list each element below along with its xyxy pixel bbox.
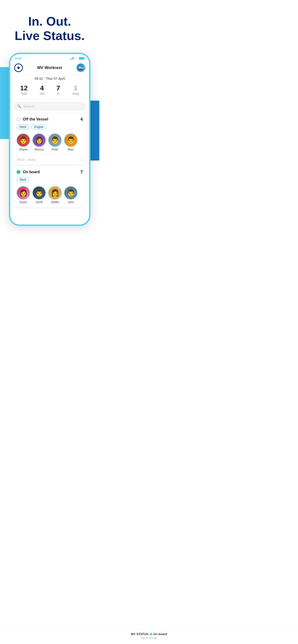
stat-out-label: Out [40, 92, 44, 95]
off-vessel-crew: 👨 Shane 👩 Bianca 👨 Peter 👨 Marc [13, 132, 87, 154]
show-away-count: 1 [81, 158, 83, 162]
crew-john[interactable]: 👨 John [64, 186, 77, 204]
tag-engine-off[interactable]: Engine [31, 124, 46, 130]
crew-geoff[interactable]: 👨 Geoff [32, 186, 46, 204]
stat-in: 7 In [56, 85, 60, 95]
tag-deck-off[interactable]: Deck [17, 124, 29, 130]
show-away-row[interactable]: Show : Away 1 [13, 154, 87, 164]
onboard-header: On board 7 [13, 166, 87, 177]
stat-away-value: 1 [72, 85, 79, 92]
phone-wrapper: 9:42 ∿ MV Workrest 🚢 [0, 53, 99, 245]
avatar-peter: 👨 [48, 134, 62, 147]
phone-frame: 9:42 ∿ MV Workrest 🚢 [9, 53, 90, 226]
crew-danni[interactable]: 👩 Danni [17, 186, 30, 204]
off-vessel-header: Off the Vessel 4 [13, 114, 87, 124]
off-vessel-title: Off the Vessel [23, 117, 78, 122]
search-bar[interactable]: 🔍 Search [14, 102, 86, 111]
datetime-text: 09:42 - Thur 07 April [35, 77, 65, 80]
off-vessel-count: 4 [80, 117, 83, 122]
hero-line2: Live Status. [15, 29, 85, 43]
avatar-bianca: 👩 [32, 134, 46, 147]
name-marc: Marc [68, 148, 74, 151]
signal-bar-3 [72, 57, 73, 60]
hero-section: In. Out. Live Status. [0, 0, 99, 53]
search-placeholder: Search [23, 104, 35, 108]
avatar-danni: 👩 [17, 186, 30, 200]
crew-steffie[interactable]: 👩 Steffie [48, 186, 62, 204]
onboard-indicator [17, 170, 20, 174]
hero-line1: In. Out. [28, 14, 71, 28]
name-peter: Peter [52, 148, 59, 151]
crew-shane[interactable]: 👨 Shane [17, 134, 30, 151]
stat-in-value: 7 [56, 85, 60, 92]
datetime-row: 09:42 - Thur 07 April [10, 75, 89, 83]
avatar-geoff: 👨 [32, 186, 46, 200]
off-vessel-tags: Deck Engine [13, 124, 87, 132]
off-vessel-indicator [17, 118, 20, 121]
onboard-crew: 👩 Danni 👨 Geoff 👩 Steffie 👨 John [13, 185, 87, 207]
stat-total-label: Total [20, 92, 28, 95]
crew-peter[interactable]: 👨 Peter [48, 134, 62, 151]
onboard-section: On board 7 Deck 👩 Danni 👨 Geoff [13, 166, 87, 207]
status-icons: ∿ [70, 57, 84, 60]
name-danni: Danni [20, 200, 27, 204]
wifi-icon: ∿ [75, 57, 77, 60]
name-steffie: Steffie [51, 200, 59, 204]
name-bianca: Bianca [35, 148, 44, 151]
name-shane: Shane [19, 148, 28, 151]
header-avatar[interactable]: 🚢 [77, 64, 85, 72]
avatar-steffie: 👩 [48, 186, 62, 200]
app-title: MV Workrest [37, 66, 62, 70]
signal-bars-icon [70, 57, 74, 60]
hero-title: In. Out. Live Status. [10, 14, 90, 43]
onboard-tags: Deck [13, 177, 87, 185]
stat-total-value: 12 [20, 85, 28, 92]
phone-content: MV Workrest 🚢 09:42 - Thur 07 April 12 T… [10, 62, 89, 224]
signal-bar-1 [70, 59, 71, 60]
stat-in-label: In [56, 92, 60, 95]
battery-icon [79, 57, 84, 60]
app-logo [14, 64, 23, 72]
signal-bar-4 [73, 57, 74, 60]
stat-out: 4 Out [40, 85, 44, 95]
off-vessel-section: Off the Vessel 4 Deck Engine 👨 Shane 👩 B… [13, 114, 87, 164]
crew-marc[interactable]: 👨 Marc [64, 134, 77, 151]
app-header: MV Workrest 🚢 [10, 62, 89, 75]
bottom-spacer [10, 209, 89, 224]
show-away-text: Show : Away [17, 158, 36, 162]
stat-total: 12 Total [20, 85, 28, 95]
avatar-john: 👨 [64, 186, 77, 200]
logo-dot [17, 66, 20, 69]
stat-away: 1 Away [72, 85, 79, 95]
onboard-title: On board [23, 170, 78, 174]
tag-deck-on[interactable]: Deck [17, 177, 29, 182]
onboard-count: 7 [80, 170, 83, 175]
crew-bianca[interactable]: 👩 Bianca [32, 134, 46, 151]
stat-away-label: Away [72, 92, 79, 95]
status-bar: 9:42 ∿ [10, 54, 89, 62]
avatar-marc: 👨 [64, 134, 77, 147]
search-icon: 🔍 [17, 104, 21, 108]
avatar-shane: 👨 [17, 134, 30, 147]
status-time: 9:42 [15, 56, 21, 60]
stat-out-value: 4 [40, 85, 44, 92]
stats-row: 12 Total 4 Out 7 In 1 Away [10, 83, 89, 99]
name-john: John [68, 200, 74, 204]
name-geoff: Geoff [36, 200, 43, 204]
signal-bar-2 [71, 58, 72, 60]
